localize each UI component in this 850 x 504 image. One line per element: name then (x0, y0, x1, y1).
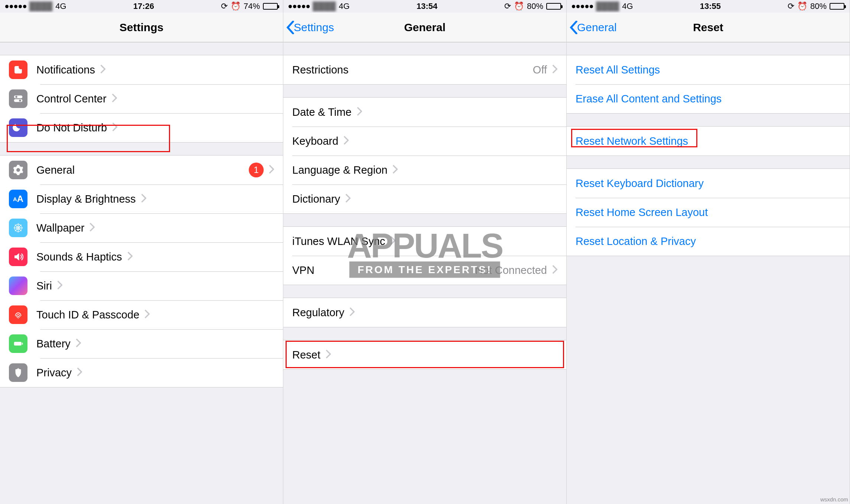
row-label: Battery (36, 338, 71, 350)
badge: 1 (249, 163, 264, 177)
row-sounds-haptics[interactable]: Sounds & Haptics (0, 242, 283, 271)
row-value: Off (533, 64, 547, 76)
row-reset-home-screen-layout[interactable]: Reset Home Screen Layout (567, 198, 850, 227)
row-reset-all-settings[interactable]: Reset All Settings (567, 55, 850, 84)
row-display-brightness[interactable]: AA Display & Brightness (0, 184, 283, 213)
touchid-icon (9, 305, 27, 324)
do-not-disturb-icon (9, 118, 27, 137)
chevron-right-icon (76, 338, 81, 349)
row-label: Restrictions (292, 64, 349, 76)
row-label: Reset (292, 349, 320, 361)
chevron-right-icon (390, 236, 395, 246)
sounds-icon (9, 248, 27, 266)
source-note: wsxdn.com (820, 496, 848, 503)
row-date-time[interactable]: Date & Time (283, 98, 566, 127)
row-battery[interactable]: Battery (0, 329, 283, 358)
row-label: Do Not Disturb (36, 122, 107, 134)
back-label: General (577, 21, 617, 34)
row-label: Display & Brightness (36, 193, 136, 205)
battery-icon (9, 334, 27, 353)
general-icon (9, 161, 27, 179)
row-label: Siri (36, 280, 52, 292)
row-itunes-wlan-sync[interactable]: iTunes WLAN Sync (283, 227, 566, 256)
chevron-right-icon (112, 122, 117, 133)
chevron-right-icon (552, 65, 557, 75)
row-vpn[interactable]: VPNNot Connected (283, 256, 566, 285)
chevron-right-icon (77, 367, 82, 378)
row-reset-keyboard-dictionary[interactable]: Reset Keyboard Dictionary (567, 169, 850, 198)
settings-group-1: Notifications Control Center Do Not Dist… (0, 55, 283, 143)
row-reset-network-settings[interactable]: Reset Network Settings (567, 127, 850, 156)
status-bar: ████ 4G 13:55 ⟳ ⏰ 80% (567, 0, 850, 13)
back-button[interactable]: General (570, 21, 617, 34)
row-control-center[interactable]: Control Center (0, 84, 283, 113)
carrier-blurred: ████ (29, 1, 52, 11)
row-keyboard[interactable]: Keyboard (283, 127, 566, 156)
row-do-not-disturb[interactable]: Do Not Disturb (0, 113, 283, 142)
alarm-icon: ⏰ (231, 1, 241, 11)
row-siri[interactable]: Siri (0, 271, 283, 300)
svg-rect-3 (14, 99, 23, 102)
row-reset[interactable]: Reset (283, 340, 566, 369)
network-type: 4G (339, 1, 349, 11)
wallpaper-icon (9, 219, 27, 237)
page-title: General (404, 21, 446, 34)
back-label: Settings (294, 21, 334, 34)
row-label: Date & Time (292, 106, 352, 118)
control-center-icon (9, 89, 27, 108)
row-wallpaper[interactable]: Wallpaper (0, 213, 283, 242)
page-title: Settings (120, 21, 163, 34)
row-label: Sounds & Haptics (36, 251, 122, 263)
row-label: Control Center (36, 93, 107, 105)
chevron-right-icon (269, 165, 274, 175)
row-touchid-passcode[interactable]: Touch ID & Passcode (0, 300, 283, 329)
orientation-lock-icon: ⟳ (504, 1, 511, 11)
chevron-right-icon (343, 136, 349, 146)
row-restrictions[interactable]: Restrictions Off (283, 55, 566, 84)
chevron-right-icon (357, 107, 362, 117)
row-regulatory[interactable]: Regulatory (283, 298, 566, 327)
privacy-icon (9, 363, 27, 382)
row-language-region[interactable]: Language & Region (283, 156, 566, 184)
battery-icon (546, 3, 561, 10)
row-label: Notifications (36, 64, 95, 76)
status-time: 13:54 (417, 1, 437, 11)
screen-settings: ████ 4G 17:26 ⟳ ⏰ 74% Settings Notificat… (0, 0, 283, 504)
signal-dots-icon (572, 5, 593, 8)
chevron-right-icon (144, 310, 150, 320)
battery-pct: 80% (527, 1, 543, 11)
chevron-right-icon (393, 165, 398, 175)
row-value: Not Connected (475, 264, 547, 276)
row-notifications[interactable]: Notifications (0, 55, 283, 84)
chevron-right-icon (141, 194, 146, 204)
row-reset-location-privacy[interactable]: Reset Location & Privacy (567, 227, 850, 256)
row-erase-all-content[interactable]: Erase All Content and Settings (567, 84, 850, 113)
back-button[interactable]: Settings (286, 21, 334, 34)
row-label: Reset Keyboard Dictionary (576, 177, 704, 190)
network-type: 4G (55, 1, 66, 11)
status-time: 13:55 (700, 1, 721, 11)
chevron-right-icon (345, 194, 351, 204)
orientation-lock-icon: ⟳ (788, 1, 794, 11)
chevron-right-icon (127, 252, 133, 262)
svg-point-5 (19, 99, 21, 102)
row-general[interactable]: General 1 (0, 156, 283, 184)
row-label: Touch ID & Passcode (36, 309, 139, 321)
row-label: Reset Network Settings (576, 135, 688, 147)
battery-pct: 80% (810, 1, 827, 11)
status-time: 17:26 (133, 1, 154, 11)
svg-rect-9 (22, 343, 23, 345)
row-label: VPN (292, 264, 315, 276)
chevron-right-icon (552, 265, 557, 275)
row-privacy[interactable]: Privacy (0, 358, 283, 387)
svg-rect-2 (14, 95, 23, 98)
chevron-right-icon (100, 65, 105, 75)
battery-icon (830, 3, 844, 10)
chevron-right-icon (326, 350, 331, 360)
row-label: Dictionary (292, 193, 340, 205)
row-label: Reset Home Screen Layout (576, 206, 708, 219)
battery-icon (263, 3, 278, 10)
row-dictionary[interactable]: Dictionary (283, 184, 566, 213)
carrier-blurred: ████ (313, 1, 336, 11)
network-type: 4G (622, 1, 633, 11)
